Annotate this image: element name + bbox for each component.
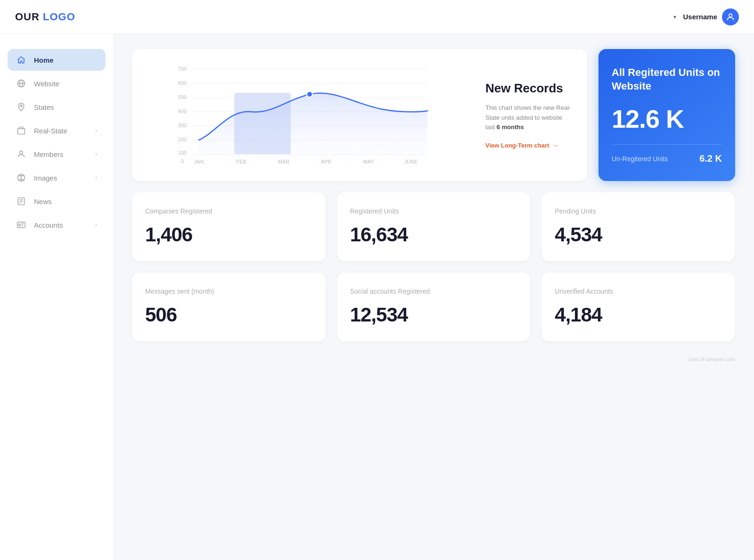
logo-colored: LOGO xyxy=(43,11,75,23)
blue-card-main-value: 12.6 K xyxy=(612,104,722,133)
footer-note: post of uimaker.com xyxy=(132,353,735,366)
sidebar-members-label: Members xyxy=(34,150,64,158)
top-row: 700 600 500 400 300 200 100 0 xyxy=(132,49,735,181)
stat-card: Messages sent (month) 506 xyxy=(132,272,326,341)
building-icon xyxy=(16,125,26,136)
view-chart-link[interactable]: View Long-Term chart → xyxy=(485,142,572,149)
stat-card-label: Pending Units xyxy=(555,207,722,215)
layout: Home Website States xyxy=(0,0,754,560)
svg-text:MAR: MAR xyxy=(278,159,290,165)
svg-text:FEB: FEB xyxy=(236,159,246,165)
svg-text:700: 700 xyxy=(178,66,187,72)
blue-card-sub-label: Un-Regitered Units xyxy=(612,155,668,163)
chart-info: New Records This chart shows the new Rea… xyxy=(478,62,572,168)
blue-card-sub-value: 6.2 K xyxy=(699,153,722,164)
stat-card-label: Registered Units xyxy=(350,207,517,215)
blue-card-title: All Regitered Units on Website xyxy=(612,66,722,93)
stat-card: Pending Units 4,534 xyxy=(541,192,735,261)
sidebar-item-states[interactable]: States xyxy=(8,96,106,118)
sidebar-item-images[interactable]: Images › xyxy=(8,167,106,189)
chevron-icon: › xyxy=(95,174,97,181)
username-caret: ▾ xyxy=(673,14,676,20)
svg-point-0 xyxy=(729,14,732,17)
stats-row-1: Companies Registered 1,406 Registered Un… xyxy=(132,192,735,261)
stat-card-value: 12,534 xyxy=(350,304,517,326)
sidebar-item-real-state[interactable]: Real-State › xyxy=(8,120,106,141)
stat-card: Unverified Accounts 4,184 xyxy=(541,272,735,341)
document-icon xyxy=(16,196,26,206)
svg-text:200: 200 xyxy=(178,137,187,142)
svg-text:300: 300 xyxy=(178,123,187,128)
grid-icon xyxy=(16,173,26,183)
sidebar-item-home[interactable]: Home xyxy=(8,49,106,71)
sidebar-website-label: Website xyxy=(34,80,59,88)
chart-title: New Records xyxy=(485,81,572,96)
chart-card: 700 600 500 400 300 200 100 0 xyxy=(132,49,587,181)
line-chart: 700 600 500 400 300 200 100 0 xyxy=(147,62,463,166)
chart-area: 700 600 500 400 300 200 100 0 xyxy=(147,62,463,168)
sidebar-states-label: States xyxy=(34,103,54,111)
chevron-icon: › xyxy=(95,151,97,157)
svg-text:600: 600 xyxy=(178,80,187,86)
stat-card-value: 1,406 xyxy=(145,223,312,246)
svg-text:MAY: MAY xyxy=(363,159,374,165)
chevron-icon: › xyxy=(95,222,97,228)
logo: OUR LOGO xyxy=(15,11,75,23)
stat-card-value: 16,634 xyxy=(350,223,517,246)
stat-card-label: Unverified Accounts xyxy=(555,288,722,295)
username-label: Username xyxy=(683,13,717,21)
sidebar-real-state-label: Real-State xyxy=(34,127,67,135)
person-icon xyxy=(16,149,26,159)
stat-card-value: 506 xyxy=(145,304,312,326)
stats-row-2: Messages sent (month) 506 Social account… xyxy=(132,272,735,341)
globe-icon xyxy=(16,78,26,89)
blue-stats-card: All Regitered Units on Website 12.6 K Un… xyxy=(598,49,735,181)
map-icon xyxy=(16,102,26,112)
chart-description: This chart shows the new Real-State unit… xyxy=(485,103,572,132)
blue-card-sub: Un-Regitered Units 6.2 K xyxy=(612,144,722,164)
stat-card-label: Companies Registered xyxy=(145,207,312,215)
svg-text:0: 0 xyxy=(181,158,184,164)
chevron-icon: › xyxy=(95,127,97,134)
svg-point-41 xyxy=(307,91,312,97)
logo-our: OUR xyxy=(15,11,40,23)
header-right: ▾ Username xyxy=(673,8,739,25)
svg-text:400: 400 xyxy=(178,108,187,114)
sidebar-item-members[interactable]: Members › xyxy=(8,143,106,165)
svg-text:JUNE: JUNE xyxy=(404,159,418,165)
stat-card-label: Social accounts Registered xyxy=(350,288,517,295)
sidebar-news-label: News xyxy=(34,198,52,206)
stat-card-label: Messages sent (month) xyxy=(145,288,312,295)
stat-card: Registered Units 16,634 xyxy=(337,192,531,261)
svg-text:JAN: JAN xyxy=(194,159,204,165)
svg-point-12 xyxy=(20,151,23,154)
sidebar-home-label: Home xyxy=(34,56,54,64)
sidebar-item-accounts[interactable]: Accounts › xyxy=(8,214,106,236)
sidebar-item-website[interactable]: Website xyxy=(8,73,106,94)
svg-rect-5 xyxy=(18,129,25,134)
sidebar-accounts-label: Accounts xyxy=(34,221,63,229)
sidebar: Home Website States xyxy=(0,34,113,560)
header: OUR LOGO ▾ Username xyxy=(0,0,754,34)
main-content: 700 600 500 400 300 200 100 0 xyxy=(113,34,754,560)
sidebar-images-label: Images xyxy=(34,174,57,182)
stat-card: Social accounts Registered 12,534 xyxy=(337,272,531,341)
svg-text:APR: APR xyxy=(321,159,332,165)
stat-card: Companies Registered 1,406 xyxy=(132,192,326,261)
stat-card-value: 4,184 xyxy=(555,304,722,326)
svg-point-22 xyxy=(19,224,21,226)
svg-text:500: 500 xyxy=(178,94,187,100)
svg-point-4 xyxy=(20,105,22,107)
sidebar-item-news[interactable]: News xyxy=(8,190,106,212)
svg-text:100: 100 xyxy=(178,150,187,156)
home-icon xyxy=(16,55,26,65)
stat-card-value: 4,534 xyxy=(555,223,722,246)
id-card-icon xyxy=(16,220,26,230)
avatar[interactable] xyxy=(722,8,739,25)
